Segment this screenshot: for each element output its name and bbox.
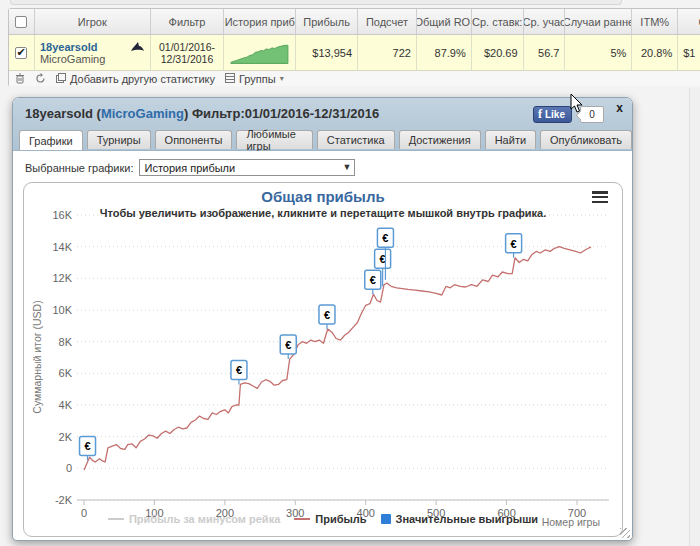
svg-text:12K: 12K: [52, 272, 72, 284]
tab-8[interactable]: Опубликовать: [540, 130, 632, 149]
refresh-icon[interactable]: [35, 73, 46, 85]
facebook-icon: f: [538, 107, 542, 122]
svg-text:6K: 6K: [59, 367, 73, 379]
dialog-body: Выбранные графики: История прибыли ▼ -2K…: [13, 151, 632, 540]
table-toolbar: Добавить другую статистику Группы ▾: [9, 71, 700, 86]
chart-legend: Прибыль за минусом рейка Прибыль Значите…: [24, 513, 622, 525]
player-network: MicroGaming: [40, 53, 145, 65]
resize-grip-icon[interactable]: [619, 527, 630, 538]
page: Игрок Фильтр История приб Прибыль Подсче…: [0, 0, 700, 546]
svg-text:10K: 10K: [52, 304, 72, 316]
legend-item-rake[interactable]: Прибыль за минусом рейка: [108, 513, 280, 525]
svg-text:€: €: [380, 253, 386, 265]
legend-item-profit[interactable]: Прибыль: [294, 513, 366, 525]
cell-total-roi: 87.9%: [417, 35, 472, 70]
col-itm[interactable]: ITM%: [632, 9, 678, 34]
col-filter[interactable]: Фильтр: [151, 9, 225, 34]
legend-square-marker: [381, 514, 391, 524]
legend-item-bigwins[interactable]: Значительные выигрыши: [381, 513, 539, 525]
profit-sparkline[interactable]: [229, 40, 290, 66]
close-icon[interactable]: x: [616, 101, 623, 115]
svg-text:4K: 4K: [59, 399, 73, 411]
graph-selector-label: Выбранные графики:: [25, 162, 133, 174]
trash-icon[interactable]: [15, 73, 25, 85]
svg-text:14K: 14K: [52, 241, 72, 253]
add-statistic-icon: [56, 73, 66, 84]
player-details-dialog: 18yearsold (MicroGaming) Фильтр:01/01/20…: [12, 97, 633, 541]
cell-avg-stake: $20.69: [472, 35, 524, 70]
tab-6[interactable]: Достижения: [399, 130, 481, 149]
svg-text:€: €: [236, 364, 242, 376]
tab-2[interactable]: Турниры: [87, 130, 151, 149]
dialog-titlebar[interactable]: 18yearsold (MicroGaming) Фильтр:01/01/20…: [13, 98, 632, 151]
svg-text:€: €: [370, 274, 376, 286]
cell-avg-entrants: 56.7: [524, 35, 566, 70]
chart-title: Общая прибыль: [24, 188, 622, 205]
shark-icon: [129, 41, 145, 53]
col-player[interactable]: Игрок: [35, 9, 151, 34]
groups-icon: [225, 73, 235, 84]
cell-avg-partial: $1: [678, 35, 700, 70]
dialog-title: 18yearsold (MicroGaming) Фильтр:01/01/20…: [25, 106, 379, 121]
dropdown-arrow-icon: ▾: [280, 74, 284, 83]
stats-table: Игрок Фильтр История приб Прибыль Подсче…: [8, 8, 700, 86]
profit-chart[interactable]: -2K02K4K6K8K10K12K14K16K0100200300400500…: [23, 182, 623, 537]
col-avg-stake[interactable]: Ср. ставк:: [472, 9, 524, 34]
col-profit-history[interactable]: История приб: [224, 9, 296, 34]
tab-1[interactable]: Графики: [19, 130, 83, 150]
col-avg-partial[interactable]: Ср. п: [678, 9, 700, 34]
player-link[interactable]: 18yearsold: [40, 41, 97, 53]
add-statistic-button[interactable]: Добавить другую статистику: [56, 73, 215, 85]
svg-text:€: €: [382, 232, 388, 244]
top-panel-edge: [10, 0, 622, 5]
x-axis-title: Номер игры: [542, 516, 600, 528]
svg-text:€: €: [324, 309, 330, 321]
col-avg-entrants[interactable]: Ср. учас: [524, 9, 566, 34]
cell-itm: 20.8%: [632, 35, 678, 70]
cell-count: 722: [358, 35, 417, 70]
svg-text:0: 0: [66, 462, 72, 474]
svg-text:8K: 8K: [59, 336, 73, 348]
col-total-roi[interactable]: Общий ROI: [417, 9, 472, 34]
legend-line-marker: [108, 518, 124, 520]
col-count[interactable]: Подсчет: [358, 9, 417, 34]
groups-button[interactable]: Группы ▾: [225, 73, 284, 85]
page-right-edge: [689, 88, 700, 546]
chart-plot-area[interactable]: -2K02K4K6K8K10K12K14K16K0100200300400500…: [24, 183, 622, 536]
facebook-like-button[interactable]: f Like: [533, 106, 572, 123]
filter-value: 01/01/2016- 12/31/2016: [151, 35, 225, 70]
svg-text:2K: 2K: [59, 431, 73, 443]
legend-line-marker: [294, 518, 310, 520]
svg-text:€: €: [84, 440, 90, 452]
tab-5[interactable]: Статистика: [317, 130, 395, 149]
network-link[interactable]: MicroGaming: [101, 106, 184, 121]
svg-text:€: €: [285, 339, 291, 351]
tab-3[interactable]: Оппоненты: [155, 130, 233, 149]
svg-text:-2K: -2K: [55, 494, 73, 506]
cell-early-cases: 5%: [565, 35, 632, 70]
cell-profit: $13,954: [296, 35, 358, 70]
row-checkbox[interactable]: [15, 47, 27, 59]
table-header-row: Игрок Фильтр История приб Прибыль Подсче…: [9, 9, 700, 35]
col-profit[interactable]: Прибыль: [296, 9, 358, 34]
chart-subtitle: Чтобы увеличить изображение, кликните и …: [24, 207, 622, 219]
col-early-cases[interactable]: Случаи ранне: [565, 9, 632, 34]
cursor-pointer-icon: [570, 94, 584, 114]
select-arrow-icon: ▼: [343, 162, 352, 172]
svg-text:€: €: [511, 238, 517, 250]
tab-7[interactable]: Найти: [485, 130, 536, 149]
table-row: 18yearsold MicroGaming 01/01/2016- 12/31…: [9, 35, 700, 71]
select-all-checkbox[interactable]: [15, 16, 27, 28]
graph-select[interactable]: История прибыли ▼: [139, 159, 355, 176]
dialog-tabs: ГрафикиТурнирыОппонентыЛюбимые игрыСтати…: [19, 130, 632, 150]
y-axis-title: Суммарный итог (USD): [31, 287, 43, 427]
hamburger-menu-icon[interactable]: [592, 191, 608, 203]
tab-4[interactable]: Любимые игры: [236, 130, 312, 149]
